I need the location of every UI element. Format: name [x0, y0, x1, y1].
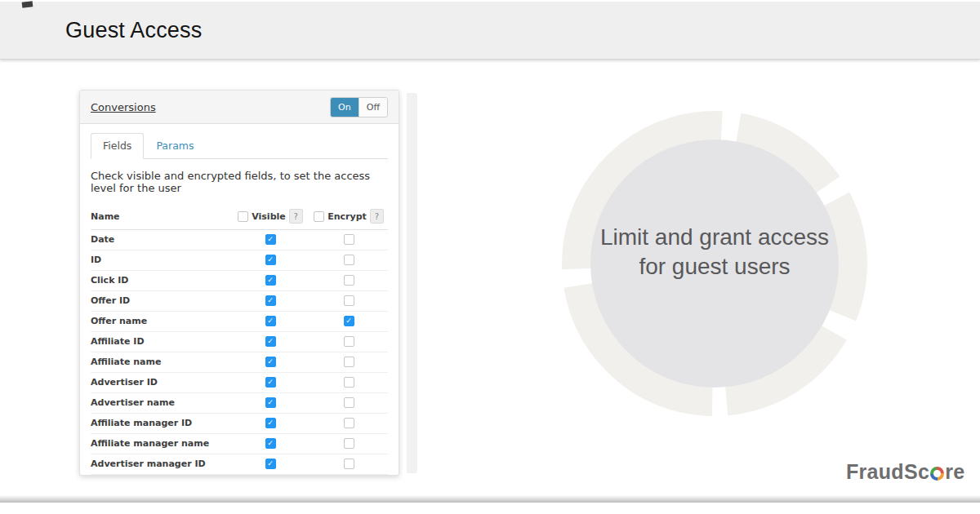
visible-checkbox-cell: ✓ — [231, 377, 310, 388]
visible-checkbox-cell: ✓ — [231, 357, 310, 367]
visible-checkbox-cell: ✓ — [231, 438, 310, 449]
table-row: Offer name✓✓ — [91, 312, 388, 332]
encrypt-checkbox[interactable] — [344, 357, 354, 367]
visible-checkbox-cell: ✓ — [231, 459, 310, 469]
page-bottom-margin — [0, 503, 980, 514]
row-name: Affiliate name — [91, 357, 231, 367]
logo-text-prefix: FraudSc — [846, 460, 929, 484]
encrypt-help-button[interactable]: ? — [370, 209, 384, 224]
visible-checkbox[interactable]: ✓ — [265, 275, 276, 286]
row-name: Advertiser name — [91, 397, 231, 408]
column-visible-label: Visible — [252, 211, 286, 222]
encrypt-checkbox[interactable] — [344, 438, 354, 449]
table-body: Date✓ID✓Click ID✓Offer ID✓Offer name✓✓Af… — [91, 230, 388, 476]
encrypt-select-all-checkbox[interactable] — [314, 211, 324, 222]
encrypt-checkbox-cell — [310, 234, 388, 245]
info-badge-text: Limit and grant access for guest users — [592, 223, 837, 281]
encrypt-checkbox[interactable] — [344, 295, 354, 306]
encrypt-checkbox-cell — [310, 459, 388, 469]
table-header: Name Visible ? Encrypt ? — [91, 204, 388, 230]
encrypt-checkbox[interactable] — [344, 418, 354, 428]
visible-select-all-checkbox[interactable] — [238, 211, 248, 222]
column-encrypt-label: Encrypt — [327, 211, 367, 222]
table-row: Affiliate name✓ — [91, 352, 388, 373]
visible-checkbox[interactable]: ✓ — [265, 316, 276, 326]
visible-checkbox[interactable]: ✓ — [265, 438, 276, 449]
encrypt-checkbox[interactable] — [344, 377, 354, 388]
encrypt-checkbox-cell — [310, 255, 388, 265]
toggle-off-button[interactable]: Off — [359, 98, 387, 117]
visible-help-button[interactable]: ? — [289, 209, 303, 224]
on-off-toggle: On Off — [330, 97, 388, 117]
visible-checkbox-cell: ✓ — [231, 418, 310, 428]
toggle-on-button[interactable]: On — [331, 98, 359, 117]
encrypt-checkbox-cell — [310, 336, 388, 347]
table-row: ID✓ — [91, 250, 388, 271]
visible-checkbox-cell: ✓ — [231, 336, 310, 347]
column-visible: Visible ? — [231, 209, 310, 224]
table-row: Offer ID✓ — [91, 291, 388, 312]
encrypt-checkbox-cell: ✓ — [310, 316, 388, 326]
visible-checkbox-cell: ✓ — [231, 397, 310, 408]
encrypt-checkbox-cell — [310, 438, 388, 449]
table-row: Advertiser manager ID✓ — [91, 454, 388, 475]
visible-checkbox[interactable]: ✓ — [265, 377, 276, 388]
encrypt-checkbox[interactable] — [344, 255, 354, 265]
fraudscore-logo: FraudSc re — [846, 460, 964, 484]
visible-checkbox[interactable]: ✓ — [265, 397, 276, 408]
row-name: Affiliate manager ID — [91, 418, 231, 428]
column-encrypt: Encrypt ? — [310, 209, 388, 224]
visible-checkbox-cell: ✓ — [231, 275, 310, 286]
row-name: Date — [91, 234, 231, 245]
table-row: Click ID✓ — [91, 271, 388, 291]
table-row: Advertiser manager name✓ — [91, 475, 388, 476]
encrypt-checkbox[interactable] — [344, 234, 354, 245]
encrypt-checkbox[interactable] — [344, 275, 354, 286]
table-row: Affiliate manager ID✓ — [91, 414, 388, 434]
table-row: Affiliate ID✓ — [91, 332, 388, 352]
row-name: Click ID — [91, 275, 231, 286]
header-bar: Guest Access — [0, 2, 980, 60]
table-row: Date✓ — [91, 230, 388, 250]
encrypt-checkbox-cell — [310, 418, 388, 428]
visible-checkbox[interactable]: ✓ — [265, 336, 276, 347]
visible-checkbox[interactable]: ✓ — [265, 459, 276, 469]
visible-checkbox-cell: ✓ — [231, 255, 310, 265]
conversions-link[interactable]: Conversions — [91, 101, 156, 113]
visible-checkbox[interactable]: ✓ — [265, 255, 276, 265]
encrypt-checkbox-cell — [310, 397, 388, 408]
encrypt-checkbox[interactable]: ✓ — [344, 316, 354, 326]
encrypt-checkbox-cell — [310, 275, 388, 286]
tab-params[interactable]: Params — [144, 133, 206, 159]
encrypt-checkbox[interactable] — [344, 336, 354, 347]
visible-checkbox[interactable]: ✓ — [265, 418, 276, 428]
visible-checkbox-cell: ✓ — [231, 295, 310, 306]
fields-table: Name Visible ? Encrypt ? Date✓ID✓Click I… — [91, 204, 388, 476]
page-title: Guest Access — [65, 18, 202, 43]
row-name: Offer name — [91, 316, 231, 326]
row-name: Affiliate manager name — [91, 438, 231, 449]
logo-o-icon — [930, 467, 944, 481]
table-row: Advertiser name✓ — [91, 393, 388, 414]
row-name: Offer ID — [91, 295, 231, 306]
row-name: ID — [91, 255, 231, 265]
visible-checkbox-cell: ✓ — [231, 316, 310, 326]
table-row: Affiliate manager name✓ — [91, 434, 388, 454]
info-badge: Limit and grant access for guest users — [559, 109, 870, 419]
panel-header: Conversions On Off — [80, 91, 399, 124]
visible-checkbox[interactable]: ✓ — [265, 234, 276, 245]
encrypt-checkbox[interactable] — [344, 397, 354, 408]
column-name-label: Name — [91, 211, 231, 222]
encrypt-checkbox[interactable] — [344, 459, 354, 469]
tab-bar: Fields Params — [91, 133, 388, 159]
visible-checkbox[interactable]: ✓ — [265, 357, 276, 367]
encrypt-checkbox-cell — [310, 295, 388, 306]
description-text: Check visible and encrypted fields, to s… — [91, 170, 388, 194]
row-name: Advertiser manager ID — [91, 459, 231, 469]
encrypt-checkbox-cell — [310, 377, 388, 388]
row-name: Affiliate ID — [91, 336, 231, 347]
tab-fields[interactable]: Fields — [91, 133, 144, 159]
visible-checkbox[interactable]: ✓ — [265, 295, 276, 306]
panel-body: Fields Params Check visible and encrypte… — [80, 124, 399, 476]
conversions-panel: Conversions On Off Fields Params Check v… — [79, 90, 399, 476]
